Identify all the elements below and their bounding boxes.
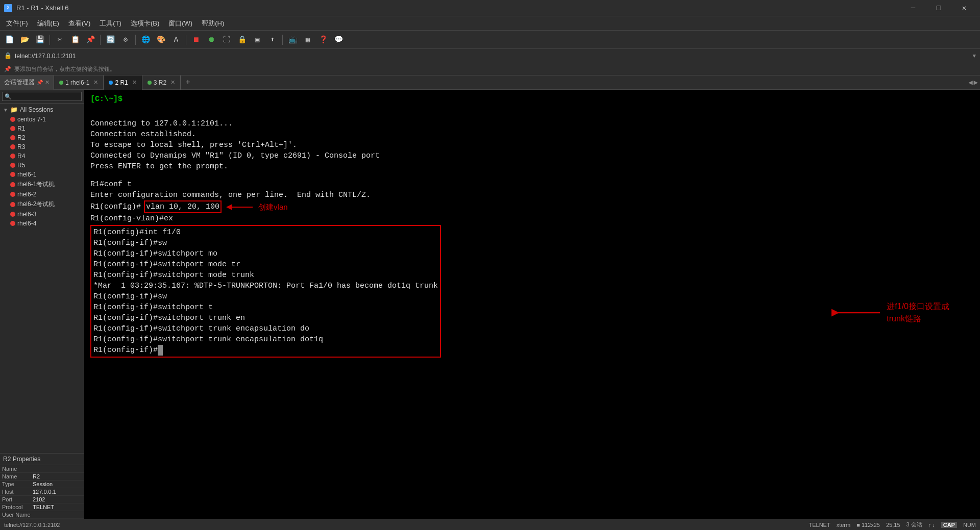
status-url: telnet://127.0.0.1:2102: [4, 522, 60, 528]
box-line5: R1(config-if)#switchport mode trunk: [93, 270, 438, 281]
conf-t-line: R1#conf t: [90, 179, 974, 190]
tab-close-r2[interactable]: ✕: [170, 79, 175, 86]
tab-rhel6-1[interactable]: 1 rhel6-1 ✕: [54, 75, 104, 90]
refresh-btn[interactable]: 🔄: [103, 33, 117, 47]
box-line2: R1(config-if)#sw: [93, 238, 438, 248]
item-dot-rhel63: [10, 212, 15, 217]
props-key-username: User Name: [2, 512, 33, 518]
close-button[interactable]: ✕: [952, 0, 976, 16]
window-title: R1 - R1 - Xshell 6: [16, 4, 69, 12]
minimize-button[interactable]: ─: [901, 0, 925, 16]
sidebar-item-rhel61exam[interactable]: rhel6-1考试机: [0, 179, 84, 190]
menu-tabs[interactable]: 选项卡(B): [127, 17, 163, 30]
props-val-name: R2: [33, 473, 40, 479]
tab-nav-left[interactable]: ◀: [968, 78, 972, 87]
sidebar-all-sessions: ▼ 📁 All Sessions centos 7-1 R1 R2: [0, 104, 84, 229]
menu-file[interactable]: 文件(F): [2, 17, 32, 30]
maximize-button[interactable]: □: [927, 0, 950, 16]
menu-edit[interactable]: 编辑(E): [33, 17, 63, 30]
save-btn[interactable]: 💾: [33, 33, 47, 47]
tab-label-rhel6-1: 1 rhel6-1: [65, 79, 89, 86]
status-pos: 25,15: [886, 522, 900, 528]
props-key-type: Type: [2, 481, 33, 487]
sidebar-item-rhel63[interactable]: rhel6-3: [0, 210, 84, 219]
tab-r2[interactable]: 3 R2 ✕: [142, 75, 181, 90]
tab-close-rhel6-1[interactable]: ✕: [93, 79, 98, 86]
properties-title: R2 Properties: [0, 453, 84, 465]
paste-btn[interactable]: 📌: [83, 33, 97, 47]
menu-bar: 文件(F) 编辑(E) 查看(V) 工具(T) 选项卡(B) 窗口(W) 帮助(…: [0, 16, 980, 31]
expand-icon: ▼: [3, 107, 8, 113]
open-btn[interactable]: 📂: [17, 33, 32, 47]
sidebar-item-r1[interactable]: R1: [0, 124, 84, 133]
fullscreen-btn[interactable]: ⛶: [219, 33, 234, 47]
item-dot-r4: [10, 154, 15, 159]
main-body: ▼ 📁 All Sessions centos 7-1 R1 R2: [0, 90, 980, 519]
sidebar-item-r3[interactable]: R3: [0, 142, 84, 152]
help-btn[interactable]: ❓: [316, 33, 330, 47]
tab-add-button[interactable]: +: [181, 75, 195, 90]
new-file-btn[interactable]: 📄: [2, 33, 16, 47]
tab-r1[interactable]: 2 R1 ✕: [104, 75, 142, 90]
vlan-line: R1(config)#vlan 10, 20, 100 创建vlan: [90, 200, 974, 213]
sidebar-item-centos71[interactable]: centos 7-1: [0, 115, 84, 124]
sidebar-item-label-rhel61: rhel6-1: [17, 171, 36, 178]
address-url: telnet://127.0.0.1:2101: [15, 53, 76, 60]
sidebar-item-label-r3: R3: [17, 143, 25, 150]
arrow-up-icon[interactable]: ↑: [928, 522, 932, 528]
box-line4: R1(config-if)#switchport mode tr: [93, 259, 438, 270]
tab-nav-right[interactable]: ▶: [974, 78, 978, 87]
menu-window[interactable]: 窗口(W): [164, 17, 197, 30]
props-key-port: Port: [2, 496, 33, 502]
sidebar-item-r5[interactable]: R5: [0, 161, 84, 170]
globe-btn[interactable]: 🌐: [138, 33, 153, 47]
lock-btn[interactable]: 🔒: [235, 33, 249, 47]
upload-btn[interactable]: ⬆: [265, 33, 280, 47]
sidebar-item-rhel64[interactable]: rhel6-4: [0, 219, 84, 228]
address-dropdown-icon[interactable]: ▼: [972, 53, 976, 59]
all-sessions-header[interactable]: ▼ 📁 All Sessions: [0, 105, 84, 115]
session-manager-label[interactable]: 会话管理器 📌 ✕: [0, 75, 54, 90]
color-btn[interactable]: 🎨: [154, 33, 168, 47]
menu-help[interactable]: 帮助(H): [198, 17, 228, 30]
item-dot-r1: [10, 126, 15, 131]
box-line9: R1(config-if)#switchport trunk encapsula…: [93, 323, 438, 334]
stop-btn[interactable]: ⏹: [189, 33, 203, 47]
address-lock-icon: 🔒: [4, 52, 12, 60]
props-row-type: Type Session: [0, 481, 84, 488]
grid-btn[interactable]: ▦: [301, 33, 315, 47]
props-key-name: Name: [2, 473, 33, 479]
sidebar-item-rhel62exam[interactable]: rhel6-2考试机: [0, 199, 84, 210]
chat-btn[interactable]: 💬: [331, 33, 346, 47]
props-row-protocol: Protocol TELNET: [0, 503, 84, 511]
sidebar-item-r4[interactable]: R4: [0, 152, 84, 161]
search-input[interactable]: [2, 92, 82, 101]
settings-btn[interactable]: ⚙: [118, 33, 133, 47]
app-icon: X: [4, 4, 12, 12]
status-arrows: ↑ ↓: [928, 522, 935, 528]
close-sm-icon[interactable]: ✕: [45, 79, 50, 86]
copy-btn[interactable]: 📋: [68, 33, 82, 47]
props-val-port: 2102: [33, 496, 45, 502]
trunk-text-line1: 进f1/0接口设置成: [887, 300, 949, 313]
tab-label-r1: 2 R1: [115, 79, 128, 86]
window-controls[interactable]: ─ □ ✕: [901, 0, 976, 16]
item-dot-r2: [10, 135, 15, 140]
sidebar-item-rhel61[interactable]: rhel6-1: [0, 170, 84, 179]
tab-close-r1[interactable]: ✕: [132, 79, 137, 86]
monitor-btn[interactable]: 📺: [285, 33, 300, 47]
arrow-down-icon[interactable]: ↓: [932, 522, 935, 528]
blank-space: [90, 108, 974, 118]
sidebar-item-r2[interactable]: R2: [0, 133, 84, 142]
menu-view[interactable]: 查看(V): [64, 17, 94, 30]
cap-label: CAP: [941, 522, 957, 528]
cut-btn[interactable]: ✂: [53, 33, 67, 47]
record-btn[interactable]: ⏺: [204, 33, 218, 47]
info-bar: 📌 要添加当前会话，点击左侧的箭头按钮。: [0, 63, 980, 75]
sidebar-item-rhel62[interactable]: rhel6-2: [0, 190, 84, 199]
status-bar: telnet://127.0.0.1:2102 TELNET xterm ■ 1…: [0, 519, 980, 530]
terminal-btn[interactable]: ▣: [250, 33, 264, 47]
a-btn[interactable]: A: [169, 33, 183, 47]
menu-tools[interactable]: 工具(T): [95, 17, 126, 30]
trunk-text-line2: trunk链路: [887, 313, 949, 325]
